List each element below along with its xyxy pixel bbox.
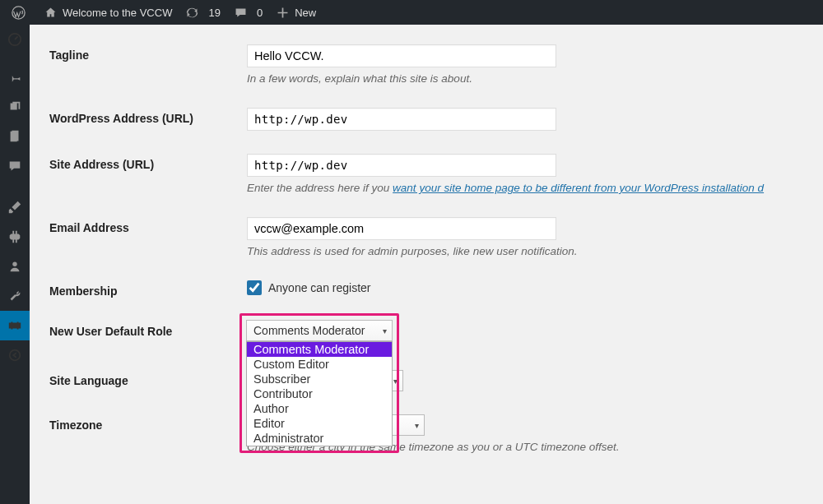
wp-address-input[interactable] (247, 108, 556, 131)
label-site-address: Site Address (URL) (49, 154, 247, 171)
label-membership: Membership (49, 280, 247, 298)
sidebar-item-settings[interactable] (0, 311, 30, 340)
tagline-input[interactable] (247, 44, 556, 67)
role-option[interactable]: Subscriber (247, 372, 392, 386)
updates-link[interactable]: 19 (179, 0, 226, 25)
row-site-address: Site Address (URL) Enter the address her… (49, 142, 823, 206)
comments-count: 0 (257, 7, 263, 19)
site-name-link[interactable]: Welcome to the VCCW (37, 0, 179, 25)
site-address-help-link[interactable]: want your site home page to be different… (393, 182, 764, 194)
media-icon (7, 99, 22, 114)
site-title-text: Welcome to the VCCW (63, 7, 172, 19)
user-icon (7, 259, 22, 274)
wrench-icon (7, 289, 22, 303)
sidebar-item-users[interactable] (0, 252, 30, 281)
row-membership: Membership Anyone can register (49, 269, 823, 309)
comment-icon (7, 159, 22, 173)
row-tagline: Tagline In a few words, explain what thi… (49, 33, 823, 96)
svg-point-3 (10, 350, 21, 361)
comment-icon (234, 6, 248, 20)
row-email: Email Address This address is used for a… (49, 206, 823, 269)
brush-icon (7, 200, 22, 215)
wp-logo-menu[interactable] (5, 0, 37, 25)
sidebar-item-posts[interactable] (0, 62, 30, 92)
home-icon (44, 6, 58, 20)
sidebar-item-plugins[interactable] (0, 222, 30, 252)
settings-form: Tagline In a few words, explain what thi… (30, 25, 823, 504)
label-wp-address: WordPress Address (URL) (49, 108, 247, 125)
role-option[interactable]: Custom Editor (247, 357, 392, 372)
svg-point-2 (12, 262, 16, 266)
row-default-role: New User Default Role Comments Moderator… (49, 309, 823, 358)
plugin-icon (7, 229, 22, 244)
admin-sidebar (0, 25, 30, 504)
sidebar-item-appearance[interactable] (0, 192, 30, 222)
sidebar-item-comments[interactable] (0, 151, 30, 181)
default-role-dropdown: Comments Moderator Custom Editor Subscri… (246, 341, 393, 446)
sidebar-item-collapse[interactable] (0, 340, 30, 370)
wordpress-icon (12, 6, 26, 20)
pages-icon (7, 129, 22, 144)
default-role-select[interactable]: Comments Moderator (246, 320, 393, 341)
site-address-help: Enter the address here if you want your … (247, 182, 823, 194)
updates-count: 19 (208, 7, 220, 19)
new-label: New (295, 7, 316, 19)
row-wp-address: WordPress Address (URL) (49, 96, 823, 142)
sidebar-item-tools[interactable] (0, 281, 30, 311)
row-site-language: Site Language (49, 358, 823, 403)
row-timezone: Timezone Choose either a city in the sam… (49, 403, 823, 465)
sidebar-item-media[interactable] (0, 92, 30, 122)
plus-icon (276, 6, 290, 20)
sidebar-item-dashboard[interactable] (0, 25, 30, 54)
dashboard-icon (7, 32, 22, 47)
new-content-link[interactable]: New (269, 0, 323, 25)
label-email: Email Address (49, 217, 247, 234)
comments-link[interactable]: 0 (227, 0, 269, 25)
refresh-icon (185, 6, 199, 20)
annotation-highlight: Comments Moderator Comments Moderator Cu… (239, 313, 399, 453)
role-option[interactable]: Administrator (247, 431, 392, 446)
admin-bar: Welcome to the VCCW 19 0 New (0, 0, 823, 25)
email-input[interactable] (247, 217, 556, 240)
label-timezone: Timezone (49, 414, 247, 432)
site-address-input[interactable] (247, 154, 556, 177)
membership-checkbox-label: Anyone can register (268, 281, 371, 294)
role-option[interactable]: Author (247, 401, 392, 416)
role-option[interactable]: Contributor (247, 386, 392, 401)
label-default-role: New User Default Role (49, 321, 247, 338)
membership-checkbox[interactable] (247, 280, 262, 295)
tagline-help: In a few words, explain what this site i… (247, 72, 823, 85)
settings-icon (7, 318, 22, 333)
role-option[interactable]: Comments Moderator (247, 342, 392, 357)
label-site-language: Site Language (49, 370, 247, 387)
role-option[interactable]: Editor (247, 416, 392, 431)
email-help: This address is used for admin purposes,… (247, 245, 823, 257)
sidebar-item-pages[interactable] (0, 122, 30, 151)
label-tagline: Tagline (49, 44, 247, 62)
pin-icon (7, 70, 22, 85)
collapse-icon (7, 348, 22, 363)
